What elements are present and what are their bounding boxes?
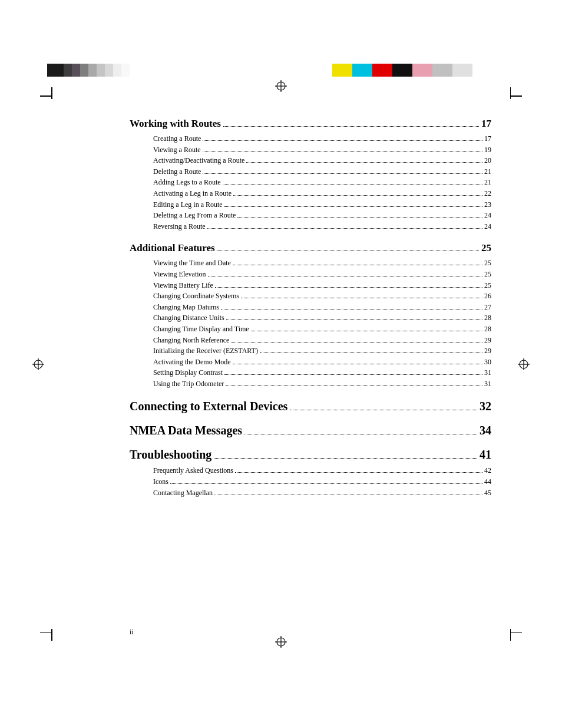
section-title-connecting-external: Connecting to External Devices [130,400,287,413]
list-item: Reversing a Route 24 [130,221,491,232]
list-item: Changing Distance Units 28 [130,312,491,324]
entry-text: Activating/Deactivating a Route [153,155,244,166]
entry-page: 20 [484,155,491,166]
entries-troubleshooting: Frequently Asked Questions 42 Icons 44 C… [130,465,491,498]
entry-text: Frequently Asked Questions [153,465,233,476]
page-number: ii [130,628,134,637]
entry-text: Contacting Magellan [153,487,213,499]
entries-additional-features: Viewing the Time and Date 25 Viewing Ele… [130,258,491,389]
entry-text: Changing North Reference [153,335,229,346]
section-header-additional-features: Additional Features 25 [130,242,491,254]
entry-page: 25 [484,258,491,269]
entry-text: Deleting a Leg From a Route [153,210,236,221]
entry-page: 29 [484,335,491,346]
entry-text: Changing Time Display and Time [153,324,249,335]
entry-text: Editing a Leg in a Route [153,199,223,210]
list-item: Initializing the Receiver (EZSTART) 29 [130,345,491,357]
entry-text: Viewing a Route [153,144,201,156]
list-item: Using the Trip Odometer 31 [130,378,491,390]
entry-page: 26 [484,291,491,302]
entry-page: 24 [484,210,491,221]
entry-text: Adding Legs to a Route [153,177,221,188]
dots-additional-features [217,251,479,251]
entry-page: 23 [484,199,491,210]
reg-mark-right [518,358,530,370]
section-troubleshooting: Troubleshooting 41 Frequently Asked Ques… [130,448,491,498]
reg-mark-left [32,358,44,370]
entry-text: Viewing Battery Life [153,280,213,291]
list-item: Viewing Elevation 25 [130,269,491,280]
section-title-additional-features: Additional Features [130,242,215,254]
list-item: Activating the Demo Mode 30 [130,357,491,368]
entry-page: 25 [484,269,491,280]
dots-troubleshooting [214,458,477,459]
list-item: Viewing a Route 19 [130,144,491,156]
section-title-working-with-routes: Working with Routes [130,118,221,130]
section-title-nmea-data: NMEA Data Messages [130,424,242,437]
page-num-working-with-routes: 17 [481,118,491,130]
dots-connecting-external [290,410,477,410]
entry-page: 28 [484,324,491,335]
list-item: Contacting Magellan 45 [130,487,491,499]
entry-page: 30 [484,357,491,368]
list-item: Setting Display Contrast 31 [130,367,491,378]
list-item: Frequently Asked Questions 42 [130,465,491,476]
entry-page: 24 [484,221,491,232]
entry-page: 22 [484,188,491,199]
entry-text: Reversing a Route [153,221,206,232]
list-item: Deleting a Leg From a Route 24 [130,210,491,221]
entry-text: Changing Map Datums [153,302,219,313]
entry-text: Activating a Leg in a Route [153,188,232,199]
list-item: Deleting a Route 21 [130,166,491,177]
dots-nmea-data [244,434,477,434]
entry-page: 29 [484,345,491,357]
toc-content: Working with Routes 17 Creating a Route … [130,118,491,622]
section-nmea-data: NMEA Data Messages 34 [130,424,491,437]
reg-mark-bottom [275,636,287,648]
entry-page: 44 [484,476,491,487]
entry-text: Changing Distance Units [153,312,224,324]
section-header-working-with-routes: Working with Routes 17 [130,118,491,130]
list-item: Changing Map Datums 27 [130,302,491,313]
entry-text: Initializing the Receiver (EZSTART) [153,345,258,357]
entry-text: Icons [153,476,168,487]
page-num-troubleshooting: 41 [480,448,491,462]
entry-text: Activating the Demo Mode [153,357,231,368]
dots-working-with-routes [223,126,479,127]
entry-text: Creating a Route [153,133,201,144]
entry-page: 45 [484,487,491,499]
list-item: Changing North Reference 29 [130,335,491,346]
list-item: Creating a Route 17 [130,133,491,144]
entry-page: 25 [484,280,491,291]
list-item: Changing Time Display and Time 28 [130,324,491,335]
list-item: Adding Legs to a Route 21 [130,177,491,188]
list-item: Viewing the Time and Date 25 [130,258,491,269]
list-item: Editing a Leg in a Route 23 [130,199,491,210]
page-num-connecting-external: 32 [480,400,491,413]
entry-page: 31 [484,378,491,390]
color-bar-right [332,64,515,77]
section-additional-features: Additional Features 25 Viewing the Time … [130,242,491,389]
entry-text: Viewing the Time and Date [153,258,231,269]
list-item: Icons 44 [130,476,491,487]
entry-text: Setting Display Contrast [153,367,223,378]
section-header-troubleshooting: Troubleshooting 41 [130,448,491,462]
list-item: Activating a Leg in a Route 22 [130,188,491,199]
entry-page: 21 [484,177,491,188]
section-working-with-routes: Working with Routes 17 Creating a Route … [130,118,491,232]
page-num-additional-features: 25 [481,242,491,254]
entry-page: 42 [484,465,491,476]
entry-page: 21 [484,166,491,177]
section-header-nmea-data: NMEA Data Messages 34 [130,424,491,437]
list-item: Viewing Battery Life 25 [130,280,491,291]
entry-page: 17 [484,133,491,144]
color-bar-left [47,64,183,77]
entry-page: 31 [484,367,491,378]
entries-working-with-routes: Creating a Route 17 Viewing a Route 19 A… [130,133,491,232]
entry-text: Changing Coordinate Systems [153,291,239,302]
list-item: Activating/Deactivating a Route 20 [130,155,491,166]
section-connecting-external: Connecting to External Devices 32 [130,400,491,413]
list-item: Changing Coordinate Systems 26 [130,291,491,302]
entry-text: Using the Trip Odometer [153,378,224,390]
reg-mark-top [275,80,287,92]
